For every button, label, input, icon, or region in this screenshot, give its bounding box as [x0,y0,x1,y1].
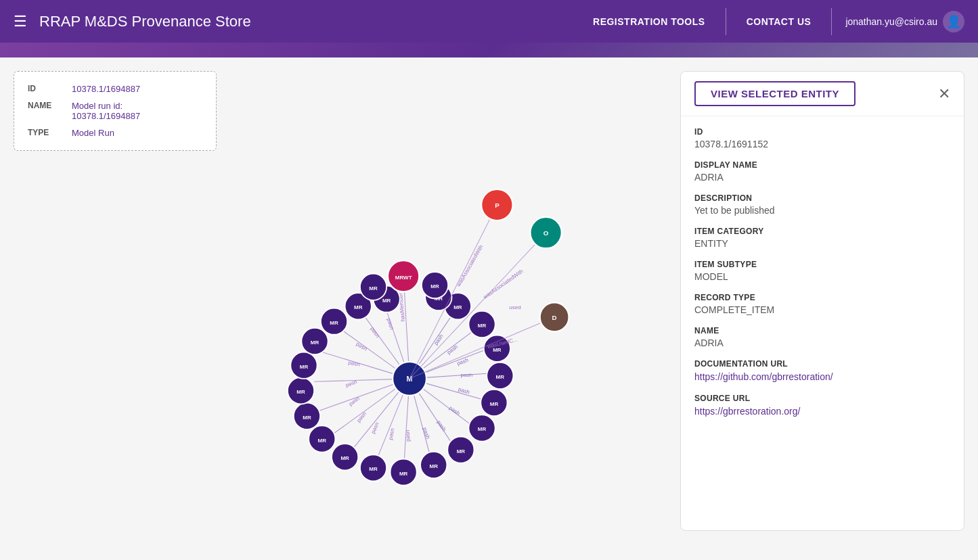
svg-text:MR: MR [478,426,487,432]
detail-description-value: Yet to be published [694,205,950,216]
svg-text:used: used [388,428,396,441]
svg-text:pash: pash [436,419,447,432]
info-type-row: TYPE Model Run [28,128,202,138]
info-name-value: Model run id:10378.1/1694887 [72,101,140,121]
svg-text:used: used [369,326,381,339]
detail-item-subtype: ITEM SUBTYPE MODEL [694,260,950,282]
close-panel-button[interactable]: ✕ [938,87,950,101]
main-content: ID 10378.1/1694887 NAME Model run id:103… [0,57,978,559]
detail-source-url: SOURCE URL https://gbrrestoration.org/ [694,394,950,417]
detail-name: NAME ADRIA [694,326,950,348]
svg-text:used: used [355,342,368,352]
svg-text:used: used [405,429,412,442]
detail-documentation-url-value[interactable]: https://github.com/gbrrestoration/ [694,371,833,382]
svg-text:MR: MR [369,466,378,472]
detail-display-name: DISPLAY NAME ADRIA [694,160,950,183]
svg-text:MR: MR [453,304,462,310]
detail-id: ID 10378.1/1691152 [694,127,950,149]
svg-text:used: used [509,304,520,310]
detail-item-category-value: ENTITY [694,238,950,249]
svg-text:MR: MR [330,320,338,326]
detail-record-type: RECORD TYPE COMPLETE_ITEM [694,293,950,315]
svg-text:P: P [495,202,499,209]
svg-text:used: used [348,360,361,369]
detail-display-name-value: ADRIA [694,172,950,183]
svg-text:used: used [370,421,380,435]
detail-source-url-value[interactable]: https://gbrrestoration.org/ [694,406,800,417]
svg-text:MR: MR [340,455,349,461]
svg-text:MR: MR [478,323,487,329]
app-title: RRAP M&DS Provenance Store [39,13,573,30]
svg-text:MR: MR [303,415,311,421]
right-panel-body: ID 10378.1/1691152 DISPLAY NAME ADRIA DE… [681,116,964,530]
detail-documentation-url: DOCUMENTATION URL https://github.com/gbr… [694,359,950,383]
detail-description: DESCRIPTION Yet to be published [694,193,950,216]
detail-display-name-label: DISPLAY NAME [694,160,950,170]
svg-text:MR: MR [430,283,439,289]
info-name-row: NAME Model run id:10378.1/1694887 [28,101,202,121]
info-name-label: NAME [28,101,72,121]
svg-text:used: used [356,411,368,424]
svg-text:MR: MR [399,471,408,477]
right-panel-header: VIEW SELECTED ENTITY ✕ [681,72,964,116]
detail-description-label: DESCRIPTION [694,193,950,203]
contact-us-link[interactable]: CONTACT US [726,16,832,27]
detail-record-type-value: COMPLETE_ITEM [694,304,950,315]
header-nav: REGISTRATION TOOLS CONTACT US jonathan.y… [573,8,964,35]
svg-text:used: used [385,318,395,331]
view-entity-button[interactable]: VIEW SELECTED ENTITY [694,81,855,106]
user-avatar-icon[interactable]: 👤 [943,11,964,32]
svg-text:pash: pash [461,372,472,378]
svg-text:O: O [543,229,549,237]
detail-id-label: ID [694,127,950,137]
info-id-label: ID [28,84,72,94]
detail-item-category-label: ITEM CATEGORY [694,227,950,236]
svg-text:MR: MR [382,298,391,304]
info-type-value: Model Run [72,128,114,138]
info-id-row: ID 10378.1/1694887 [28,84,202,94]
svg-text:MR: MR [490,401,499,407]
detail-item-subtype-label: ITEM SUBTYPE [694,260,950,269]
svg-text:D: D [552,314,557,321]
svg-text:MR: MR [430,463,439,469]
svg-text:MR: MR [496,374,505,380]
svg-text:pash: pash [432,333,444,346]
user-email: jonathan.yu@csiro.au [845,16,937,27]
detail-documentation-url-label: DOCUMENTATION URL [694,359,950,369]
detail-name-label: NAME [694,326,950,335]
app-header: ☰ RRAP M&DS Provenance Store REGISTRATIO… [0,0,978,43]
svg-text:pash: pash [448,405,461,417]
detail-record-type-label: RECORD TYPE [694,293,950,302]
svg-text:MR: MR [296,389,305,395]
info-id-value: 10378.1/1694887 [72,84,140,94]
svg-text:pash: pash [446,344,459,356]
svg-text:wasAssociatedWith: wasAssociatedWith [455,244,485,289]
svg-text:pash: pash [422,427,431,440]
svg-text:MRWT: MRWT [395,275,412,281]
detail-id-value: 10378.1/1691152 [694,139,950,149]
detail-name-value: ADRIA [694,337,950,348]
info-type-label: TYPE [28,128,72,138]
info-card: ID 10378.1/1694887 NAME Model run id:103… [14,71,217,151]
svg-text:used: used [348,396,361,408]
svg-text:MR: MR [369,285,378,291]
right-panel: VIEW SELECTED ENTITY ✕ ID 10378.1/169115… [680,71,964,531]
left-panel: ID 10378.1/1694887 NAME Model run id:103… [14,71,667,546]
user-section: jonathan.yu@csiro.au 👤 [832,11,964,32]
detail-source-url-label: SOURCE URL [694,394,950,403]
detail-item-subtype-value: MODEL [694,271,950,282]
svg-text:MR: MR [457,448,466,454]
svg-text:MR: MR [318,438,327,444]
svg-text:MR: MR [300,364,309,370]
banner [0,43,978,57]
svg-text:MR: MR [354,304,363,310]
svg-text:wasAssociatedWith: wasAssociatedWith [482,269,525,301]
svg-text:MR: MR [311,340,319,346]
registration-tools-link[interactable]: REGISTRATION TOOLS [573,16,726,27]
detail-item-category: ITEM CATEGORY ENTITY [694,227,950,249]
menu-icon[interactable]: ☰ [14,13,27,30]
